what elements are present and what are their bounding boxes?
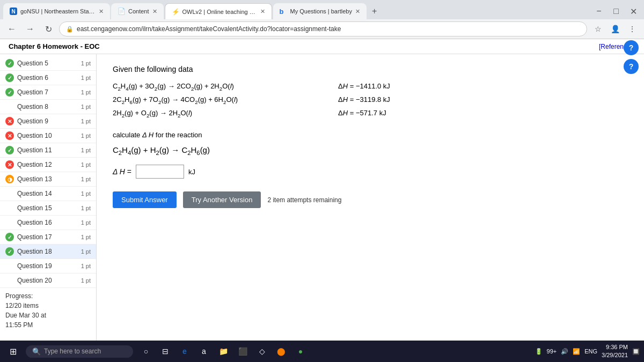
close-button[interactable]: ✕ (626, 4, 641, 19)
kj-unit-label: kJ (188, 168, 195, 176)
sidebar-question-label: Question 18 (17, 248, 57, 255)
sidebar-item-question-6[interactable]: ✓ Question 6 1 pt (0, 71, 96, 85)
taskbar-edge[interactable]: e (176, 343, 193, 360)
tab-content[interactable]: 📄 Content ✕ (111, 3, 164, 19)
reload-button[interactable]: ↻ (41, 21, 56, 36)
answer-row: Δ H = kJ (113, 165, 628, 179)
try-another-button[interactable]: Try Another Version (183, 191, 261, 208)
sidebar-pts-label: 1 pt (61, 89, 91, 95)
chapter-header: Chapter 6 Homework - EOC [References] (0, 39, 644, 54)
network-icon: 📶 (573, 348, 580, 355)
reaction-equation-1: C2H4(g) + 3O2(g) → 2CO2(g) + 2H2O(l) (113, 80, 317, 93)
tab-close-owlv2[interactable]: ✕ (260, 8, 265, 15)
sidebar-item-question-10[interactable]: ✕ Question 10 1 pt (0, 129, 96, 143)
sidebar-pts-label: 1 pt (61, 104, 91, 110)
taskbar-chrome[interactable]: ● (292, 343, 309, 360)
help-button-top[interactable]: ? (624, 40, 639, 55)
sidebar-question-label: Question 20 (17, 277, 57, 284)
forward-button[interactable]: → (23, 21, 38, 36)
battery-level: 99+ (547, 348, 557, 354)
sidebar-item-question-15[interactable]: Question 15 1 pt (0, 201, 96, 216)
address-bar[interactable]: 🔒 east.cengagenow.com/ilrn/takeAssignmen… (59, 21, 587, 36)
url-text: east.cengagenow.com/ilrn/takeAssignment/… (77, 25, 580, 33)
status-empty-icon (5, 262, 14, 270)
reaction-equation-2: 2C2H6(g) + 7O2(g) → 4CO2(g) + 6H2O(l) (113, 93, 317, 107)
reaction-row-3: 2H2(g) + O2(g) → 2H2O(l) ΔH = −571.7 kJ (113, 107, 628, 120)
sidebar-question-label: Question 6 (17, 74, 57, 82)
help-button-mid[interactable]: ? (624, 59, 639, 74)
sidebar-item-question-12[interactable]: ✕ Question 12 1 pt (0, 158, 96, 172)
sidebar-pts-label: 1 pt (61, 263, 91, 269)
sidebar-item-question-14[interactable]: Question 14 1 pt (0, 187, 96, 201)
tab-close-bartleby[interactable]: ✕ (355, 8, 360, 15)
status-empty-icon (5, 102, 14, 111)
status-check-icon: ✓ (5, 233, 14, 241)
main-content: Given the following data C2H4(g) + 3O2(g… (97, 54, 644, 345)
sidebar-item-question-5[interactable]: ✓ Question 5 1 pt (0, 56, 96, 71)
new-tab-button[interactable]: + (368, 4, 381, 18)
sidebar-pts-label: 1 pt (61, 176, 91, 182)
sidebar-item-question-13[interactable]: ◑ Question 13 1 pt (0, 172, 96, 187)
tab-bar: N goNSU | Northeastern State Uni... ✕ 📄 … (0, 0, 644, 19)
sidebar-item-question-19[interactable]: Question 19 1 pt (0, 259, 96, 274)
sidebar-pts-label: 1 pt (61, 118, 91, 124)
address-bar-row: ← → ↻ 🔒 east.cengagenow.com/ilrn/takeAss… (0, 19, 644, 39)
status-check-icon: ✓ (5, 59, 14, 68)
browser-actions: ☆ 👤 ⋮ (590, 21, 640, 36)
sidebar-items-container: ✓ Question 5 1 pt ✓ Question 6 1 pt ✓ Qu… (0, 56, 96, 288)
sidebar-item-question-9[interactable]: ✕ Question 9 1 pt (0, 114, 96, 129)
taskbar-cortana[interactable]: ○ (137, 343, 155, 360)
menu-button[interactable]: ⋮ (625, 21, 640, 36)
submit-answer-button[interactable]: Submit Answer (113, 191, 177, 208)
taskbar-taskview[interactable]: ⊟ (157, 343, 174, 360)
sidebar-question-label: Question 17 (17, 233, 57, 241)
taskbar: ⊞ 🔍 ○ ⊟ e a 📁 ⬛ ◇ ⬤ ● 🔋 99+ 🔊 📶 ENG 9:36… (0, 341, 644, 362)
minimize-button[interactable]: − (591, 4, 606, 19)
sidebar-question-label: Question 12 (17, 161, 57, 168)
taskbar-search[interactable]: 🔍 (26, 345, 133, 358)
content-area: ✓ Question 5 1 pt ✓ Question 6 1 pt ✓ Qu… (0, 54, 644, 345)
tab-gonsu[interactable]: N goNSU | Northeastern State Uni... ✕ (3, 3, 110, 19)
sidebar-item-question-18[interactable]: ✓ Question 18 1 pt (0, 245, 96, 259)
taskbar-time: 9:36 PM 3/29/2021 (602, 343, 628, 360)
taskbar-search-input[interactable] (44, 348, 119, 355)
progress-area: Progress: 12/20 items Due Mar 30 at 11:5… (0, 288, 96, 333)
due-label: Due Mar 30 at (5, 311, 91, 320)
bookmark-button[interactable]: ☆ (590, 21, 605, 36)
sidebar-item-question-11[interactable]: ✓ Question 11 1 pt (0, 143, 96, 158)
volume-icon: 🔊 (561, 348, 568, 355)
sidebar-item-question-17[interactable]: ✓ Question 17 1 pt (0, 230, 96, 245)
button-row: Submit Answer Try Another Version 2 item… (113, 191, 628, 208)
sidebar-item-question-7[interactable]: ✓ Question 7 1 pt (0, 85, 96, 100)
search-icon: 🔍 (32, 348, 41, 356)
taskbar-browser[interactable]: ⬤ (273, 343, 290, 360)
status-x-icon: ✕ (5, 131, 14, 140)
calculate-label: calculate Δ H for the reaction (113, 131, 628, 139)
sidebar-item-question-8[interactable]: Question 8 1 pt (0, 100, 96, 114)
dh-answer-input[interactable] (136, 165, 184, 179)
back-button[interactable]: ← (4, 21, 19, 36)
taskbar-explorer[interactable]: 📁 (215, 343, 232, 360)
start-button[interactable]: ⊞ (4, 343, 21, 360)
sidebar-item-question-16[interactable]: Question 16 1 pt (0, 216, 96, 230)
tab-owlv2[interactable]: ⚡ OWLv2 | Online teaching and lea... ✕ (165, 3, 272, 19)
taskbar-app1[interactable]: ⬛ (234, 343, 251, 360)
sidebar-question-label: Question 9 (17, 117, 57, 125)
status-x-icon: ✕ (5, 117, 14, 125)
tab-bartleby[interactable]: b My Questions | bartleby ✕ (273, 3, 367, 19)
sidebar-pts-label: 1 pt (61, 248, 91, 255)
maximize-button[interactable]: □ (609, 4, 624, 19)
sidebar-item-question-20[interactable]: Question 20 1 pt (0, 274, 96, 288)
tab-close-content[interactable]: ✕ (152, 8, 157, 15)
sidebar-pts-label: 1 pt (61, 205, 91, 211)
tab-close-gonsu[interactable]: ✕ (99, 8, 104, 15)
progress-items: 12/20 items (5, 301, 91, 311)
sidebar-question-label: Question 5 (17, 60, 57, 67)
sidebar-pts-label: 1 pt (61, 161, 91, 168)
taskbar-amazon[interactable]: a (195, 343, 213, 360)
status-empty-icon (5, 218, 14, 227)
taskbar-dropbox[interactable]: ◇ (253, 343, 270, 360)
reaction-dh-2: ΔH = −3119.8 kJ (338, 93, 390, 106)
status-x-icon: ✕ (5, 160, 14, 169)
profile-button[interactable]: 👤 (608, 21, 623, 36)
